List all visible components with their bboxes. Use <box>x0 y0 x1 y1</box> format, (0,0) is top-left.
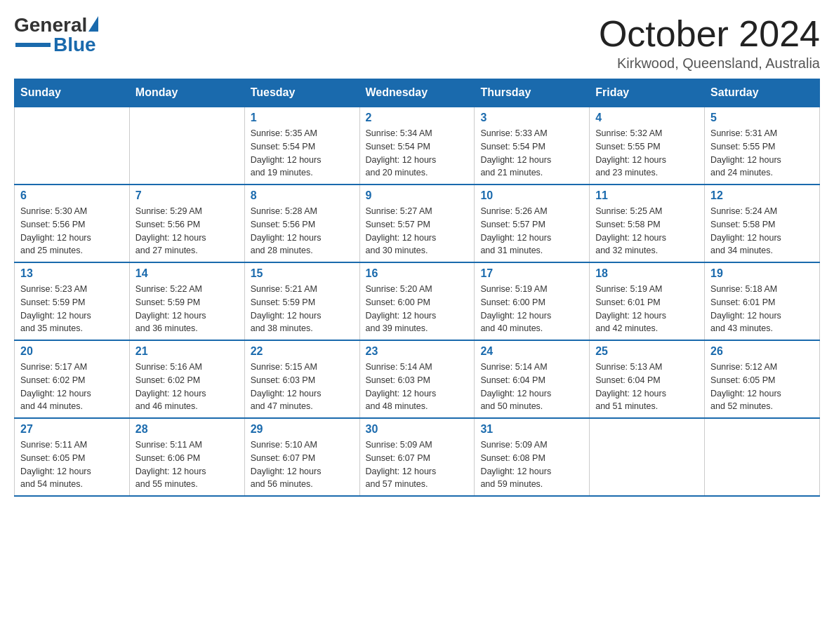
day-number: 27 <box>20 423 124 436</box>
cell-w2-d4: 10Sunrise: 5:26 AMSunset: 5:57 PMDayligh… <box>475 185 590 262</box>
day-number: 9 <box>366 189 469 202</box>
week-row-3: 13Sunrise: 5:23 AMSunset: 5:59 PMDayligh… <box>15 262 820 340</box>
day-number: 31 <box>480 423 583 436</box>
cell-w3-d4: 17Sunrise: 5:19 AMSunset: 6:00 PMDayligh… <box>475 262 590 340</box>
cell-w4-d6: 26Sunrise: 5:12 AMSunset: 6:05 PMDayligh… <box>705 340 820 418</box>
day-info: Sunrise: 5:14 AMSunset: 6:03 PMDaylight:… <box>366 361 469 413</box>
day-number: 3 <box>480 112 583 124</box>
week-row-2: 6Sunrise: 5:30 AMSunset: 5:56 PMDaylight… <box>15 185 820 262</box>
page-header: General Blue October 2024 Kirkwood, Quee… <box>14 14 820 72</box>
cell-w1-d3: 2Sunrise: 5:34 AMSunset: 5:54 PMDaylight… <box>359 107 475 185</box>
day-number: 11 <box>595 189 699 202</box>
cell-w4-d5: 25Sunrise: 5:13 AMSunset: 6:04 PMDayligh… <box>590 340 705 418</box>
day-number: 6 <box>20 189 124 202</box>
day-info: Sunrise: 5:21 AMSunset: 5:59 PMDaylight:… <box>251 283 354 335</box>
cell-w5-d5 <box>590 418 705 496</box>
cell-w3-d3: 16Sunrise: 5:20 AMSunset: 6:00 PMDayligh… <box>359 262 475 340</box>
cell-w5-d0: 27Sunrise: 5:11 AMSunset: 6:05 PMDayligh… <box>15 418 130 496</box>
cell-w5-d2: 29Sunrise: 5:10 AMSunset: 6:07 PMDayligh… <box>244 418 359 496</box>
cell-w2-d3: 9Sunrise: 5:27 AMSunset: 5:57 PMDaylight… <box>359 185 475 262</box>
day-number: 21 <box>135 345 239 358</box>
title-block: October 2024 Kirkwood, Queensland, Austr… <box>599 14 820 72</box>
cell-w1-d1 <box>129 107 244 185</box>
cell-w2-d5: 11Sunrise: 5:25 AMSunset: 5:58 PMDayligh… <box>590 185 705 262</box>
calendar-body: 1Sunrise: 5:35 AMSunset: 5:54 PMDaylight… <box>15 107 820 496</box>
col-wednesday: Wednesday <box>359 79 475 107</box>
day-info: Sunrise: 5:11 AMSunset: 6:06 PMDaylight:… <box>135 438 239 491</box>
cell-w2-d1: 7Sunrise: 5:29 AMSunset: 5:56 PMDaylight… <box>129 185 244 262</box>
day-number: 17 <box>480 267 583 280</box>
day-number: 28 <box>135 423 239 436</box>
day-number: 25 <box>595 345 699 358</box>
col-saturday: Saturday <box>705 79 820 107</box>
logo-triangle-icon <box>88 16 98 32</box>
col-friday: Friday <box>590 79 705 107</box>
day-info: Sunrise: 5:11 AMSunset: 6:05 PMDaylight:… <box>20 438 124 491</box>
day-info: Sunrise: 5:26 AMSunset: 5:57 PMDaylight:… <box>480 205 583 257</box>
day-number: 20 <box>20 345 124 358</box>
day-info: Sunrise: 5:35 AMSunset: 5:54 PMDaylight:… <box>251 127 354 180</box>
cell-w3-d1: 14Sunrise: 5:22 AMSunset: 5:59 PMDayligh… <box>129 262 244 340</box>
col-thursday: Thursday <box>475 79 590 107</box>
day-info: Sunrise: 5:13 AMSunset: 6:04 PMDaylight:… <box>595 361 699 413</box>
day-info: Sunrise: 5:30 AMSunset: 5:56 PMDaylight:… <box>20 205 124 257</box>
week-row-1: 1Sunrise: 5:35 AMSunset: 5:54 PMDaylight… <box>15 107 820 185</box>
cell-w3-d2: 15Sunrise: 5:21 AMSunset: 5:59 PMDayligh… <box>244 262 359 340</box>
cell-w3-d5: 18Sunrise: 5:19 AMSunset: 6:01 PMDayligh… <box>590 262 705 340</box>
week-row-4: 20Sunrise: 5:17 AMSunset: 6:02 PMDayligh… <box>15 340 820 418</box>
cell-w1-d5: 4Sunrise: 5:32 AMSunset: 5:55 PMDaylight… <box>590 107 705 185</box>
day-number: 16 <box>366 267 469 280</box>
month-title: October 2024 <box>599 14 820 54</box>
day-number: 26 <box>710 345 814 358</box>
logo-bar <box>15 43 51 47</box>
day-info: Sunrise: 5:25 AMSunset: 5:58 PMDaylight:… <box>595 205 699 257</box>
day-number: 23 <box>366 345 469 358</box>
cell-w1-d4: 3Sunrise: 5:33 AMSunset: 5:54 PMDaylight… <box>475 107 590 185</box>
calendar-header: Sunday Monday Tuesday Wednesday Thursday… <box>15 79 820 107</box>
logo: General Blue <box>14 14 98 56</box>
day-number: 29 <box>251 423 354 436</box>
day-number: 22 <box>251 345 354 358</box>
day-number: 7 <box>135 189 239 202</box>
cell-w1-d0 <box>15 107 130 185</box>
cell-w5-d4: 31Sunrise: 5:09 AMSunset: 6:08 PMDayligh… <box>475 418 590 496</box>
col-sunday: Sunday <box>15 79 130 107</box>
day-info: Sunrise: 5:17 AMSunset: 6:02 PMDaylight:… <box>20 361 124 413</box>
cell-w5-d3: 30Sunrise: 5:09 AMSunset: 6:07 PMDayligh… <box>359 418 475 496</box>
week-row-5: 27Sunrise: 5:11 AMSunset: 6:05 PMDayligh… <box>15 418 820 496</box>
day-info: Sunrise: 5:09 AMSunset: 6:07 PMDaylight:… <box>366 438 469 491</box>
day-number: 24 <box>480 345 583 358</box>
cell-w3-d0: 13Sunrise: 5:23 AMSunset: 5:59 PMDayligh… <box>15 262 130 340</box>
day-info: Sunrise: 5:18 AMSunset: 6:01 PMDaylight:… <box>710 283 814 335</box>
cell-w5-d1: 28Sunrise: 5:11 AMSunset: 6:06 PMDayligh… <box>129 418 244 496</box>
col-monday: Monday <box>129 79 244 107</box>
day-info: Sunrise: 5:16 AMSunset: 6:02 PMDaylight:… <box>135 361 239 413</box>
day-info: Sunrise: 5:32 AMSunset: 5:55 PMDaylight:… <box>595 127 699 180</box>
header-row: Sunday Monday Tuesday Wednesday Thursday… <box>15 79 820 107</box>
day-info: Sunrise: 5:34 AMSunset: 5:54 PMDaylight:… <box>366 127 469 180</box>
cell-w2-d0: 6Sunrise: 5:30 AMSunset: 5:56 PMDaylight… <box>15 185 130 262</box>
day-number: 19 <box>710 267 814 280</box>
cell-w4-d2: 22Sunrise: 5:15 AMSunset: 6:03 PMDayligh… <box>244 340 359 418</box>
day-info: Sunrise: 5:12 AMSunset: 6:05 PMDaylight:… <box>710 361 814 413</box>
day-number: 8 <box>251 189 354 202</box>
day-info: Sunrise: 5:20 AMSunset: 6:00 PMDaylight:… <box>366 283 469 335</box>
day-info: Sunrise: 5:22 AMSunset: 5:59 PMDaylight:… <box>135 283 239 335</box>
day-number: 2 <box>366 112 469 124</box>
cell-w5-d6 <box>705 418 820 496</box>
cell-w2-d2: 8Sunrise: 5:28 AMSunset: 5:56 PMDaylight… <box>244 185 359 262</box>
day-number: 1 <box>251 112 354 124</box>
cell-w4-d1: 21Sunrise: 5:16 AMSunset: 6:02 PMDayligh… <box>129 340 244 418</box>
calendar-table: Sunday Monday Tuesday Wednesday Thursday… <box>14 79 820 497</box>
day-number: 4 <box>595 112 699 124</box>
cell-w2-d6: 12Sunrise: 5:24 AMSunset: 5:58 PMDayligh… <box>705 185 820 262</box>
day-info: Sunrise: 5:27 AMSunset: 5:57 PMDaylight:… <box>366 205 469 257</box>
day-number: 13 <box>20 267 124 280</box>
day-info: Sunrise: 5:29 AMSunset: 5:56 PMDaylight:… <box>135 205 239 257</box>
day-info: Sunrise: 5:10 AMSunset: 6:07 PMDaylight:… <box>251 438 354 491</box>
day-info: Sunrise: 5:24 AMSunset: 5:58 PMDaylight:… <box>710 205 814 257</box>
cell-w1-d2: 1Sunrise: 5:35 AMSunset: 5:54 PMDaylight… <box>244 107 359 185</box>
day-info: Sunrise: 5:09 AMSunset: 6:08 PMDaylight:… <box>480 438 583 491</box>
day-info: Sunrise: 5:19 AMSunset: 6:00 PMDaylight:… <box>480 283 583 335</box>
day-info: Sunrise: 5:33 AMSunset: 5:54 PMDaylight:… <box>480 127 583 180</box>
